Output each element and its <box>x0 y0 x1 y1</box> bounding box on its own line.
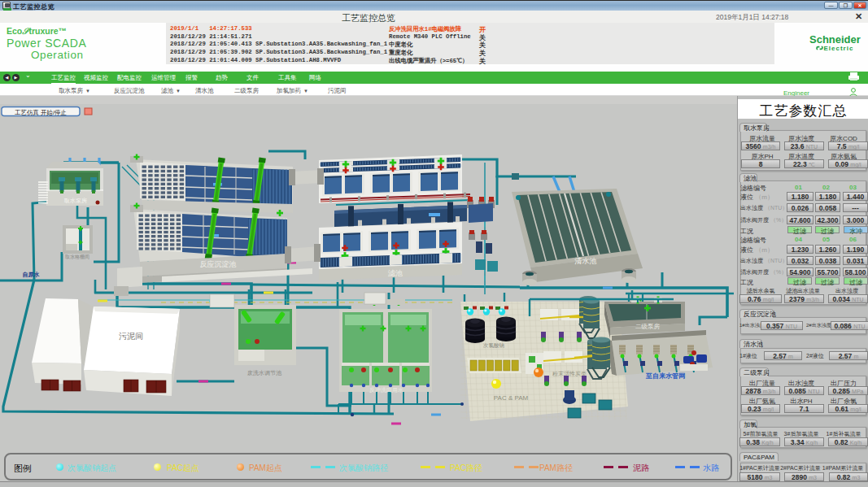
svg-text:反应沉淀池: 反应沉淀池 <box>200 260 237 268</box>
svg-text:取水格栅间: 取水格栅间 <box>65 254 89 260</box>
svg-text:污泥间: 污泥间 <box>119 332 143 341</box>
svg-text:次氯酸钠: 次氯酸钠 <box>483 342 505 349</box>
svg-text:工艺仿真 开始/停止: 工艺仿真 开始/停止 <box>15 109 67 116</box>
svg-text:取水泵房: 取水泵房 <box>63 198 87 203</box>
svg-text:PAC & PAM: PAC & PAM <box>494 394 529 402</box>
svg-text:二级泵房: 二级泵房 <box>635 323 661 330</box>
svg-text:至自来水管网: 至自来水管网 <box>645 372 685 380</box>
svg-text:自原水: 自原水 <box>23 272 41 278</box>
svg-text:滤池: 滤池 <box>387 269 403 277</box>
svg-text:反冲洗回用水: 反冲洗回用水 <box>369 387 403 394</box>
svg-text:清水池: 清水池 <box>574 257 597 265</box>
svg-text:粉末活性炭类: 粉末活性炭类 <box>552 371 587 377</box>
svg-text:废洗水调节池: 废洗水调节池 <box>247 370 282 376</box>
